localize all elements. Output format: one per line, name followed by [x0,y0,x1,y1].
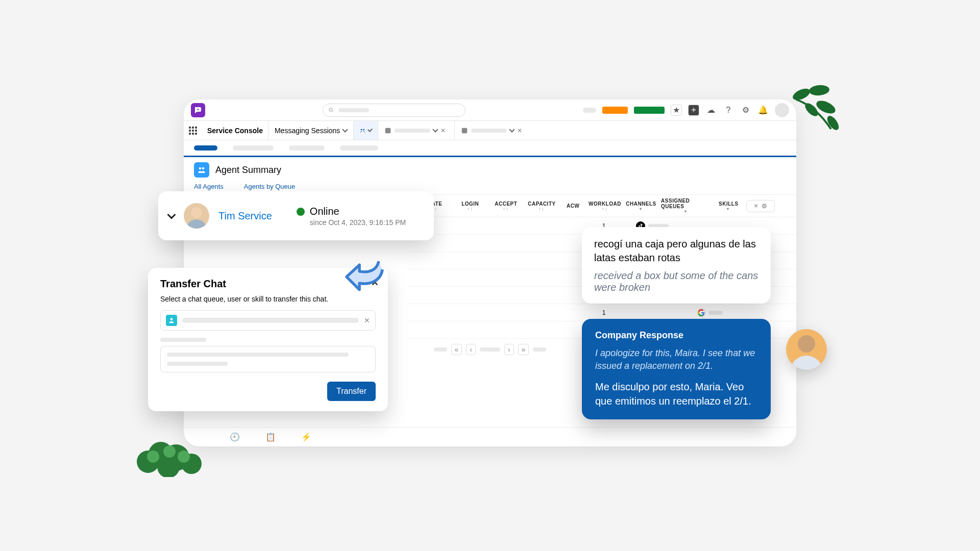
record-icon [461,127,468,134]
transfer-button[interactable]: Transfer [327,382,376,401]
company-response-bubble: Company Response I apologize for this, M… [582,319,771,419]
clear-field[interactable]: ✕ [364,316,370,324]
tab-close[interactable]: ✕ [517,127,522,134]
customer-message-bubble: recogí una caja pero algunas de las lata… [582,227,771,304]
add-button[interactable]: ＋ [688,105,699,116]
tab-omni[interactable] [353,121,378,140]
svg-point-15 [363,129,365,130]
workspace-tabs: Service Console Messaging Sessions ✕ ✕ [184,121,796,140]
chevron-down-icon[interactable] [167,211,176,219]
view-agents-by-queue[interactable]: Agents by Queue [244,183,295,190]
response-heading: Company Response [595,330,757,341]
salesforce-icon[interactable]: ☁ [705,105,717,116]
svg-point-18 [199,167,202,170]
transfer-note-field[interactable] [160,346,376,372]
global-header: ★ ＋ ☁ ? ⚙ 🔔 [184,99,796,121]
decoration-leaves [771,79,842,142]
svg-point-9 [157,456,180,477]
page-header: Agent Summary [184,157,796,183]
agent-name[interactable]: Tim Service [218,210,272,222]
subtabs [184,140,796,157]
status-since: since Oct 4, 2023, 9:16:15 PM [310,218,406,227]
column-skills[interactable]: SKILLS▾ [715,201,742,211]
status-label: Online [310,206,339,217]
history-icon[interactable]: 🕘 [230,432,240,442]
notes-icon[interactable]: 📋 [265,432,276,442]
svg-point-19 [202,167,205,170]
app-title: Service Console [202,127,268,135]
response-english: I apologize for this, Maira. I see that … [595,347,757,372]
response-spanish: Me disculpo por esto, Maria. Veo que emi… [595,380,757,408]
help-icon[interactable]: ? [723,105,734,116]
svg-rect-17 [462,128,468,133]
message-original: recogí una caja pero algunas de las lata… [594,237,758,265]
agent-status: Online since Oct 4, 2023, 9:16:15 PM [297,206,406,227]
utility-pill-2 [634,107,665,114]
pager-prev[interactable]: ‹ [466,344,476,355]
message-translation: received a box but some of the cans were… [594,270,758,293]
view-all-agents[interactable]: All Agents [194,183,224,190]
chevron-down-icon [509,127,515,132]
tab-messaging-sessions[interactable]: Messaging Sessions [268,121,353,140]
app-logo [191,103,205,117]
page-title: Agent Summary [215,165,281,176]
pager-first[interactable]: « [451,344,462,355]
modal-subtitle: Select a chat queue, user or skill to tr… [160,295,376,303]
svg-rect-16 [385,128,391,133]
column-channels[interactable]: CHANNELS▾ [625,201,657,211]
tab-record-1[interactable]: ✕ [378,121,454,140]
column-acw[interactable]: ACW [562,203,584,209]
google-icon [697,308,705,317]
global-search[interactable] [323,104,465,117]
chevron-down-icon [368,127,373,132]
utility-pill-1 [602,107,628,114]
chevron-down-icon [433,127,438,132]
svg-point-13 [329,108,332,111]
decoration-bush [133,426,209,479]
record-icon [384,127,391,134]
transfer-target-field[interactable]: ✕ [160,310,376,331]
svg-point-14 [361,129,362,130]
customer-avatar [786,329,827,370]
field-label [160,338,206,342]
favorite-button[interactable]: ★ [671,105,682,116]
svg-point-0 [791,86,812,103]
svg-point-1 [808,84,830,96]
column-workload[interactable]: WORKLOAD↑↓ [589,201,621,211]
reply-arrow-icon [342,247,388,295]
subtab-active[interactable] [194,145,217,151]
user-icon [166,315,177,326]
column-capacity[interactable]: CAPACITY↑↓ [526,201,557,211]
status-dot-online [297,208,305,216]
tab-close[interactable]: ✕ [440,127,446,134]
agent-summary-icon [194,162,209,178]
macros-icon[interactable]: ⚡ [301,432,311,442]
agent-status-card: Tim Service Online since Oct 4, 2023, 9:… [158,191,434,240]
column-accept[interactable]: ACCEPT↑↓ [490,201,522,211]
svg-point-11 [163,445,176,458]
tab-label: Messaging Sessions [275,127,340,135]
svg-point-12 [178,450,190,463]
subtab[interactable] [289,145,325,151]
svg-point-10 [147,450,159,463]
pager-last[interactable]: » [518,344,529,355]
agent-avatar [184,203,209,229]
notifications-icon[interactable]: 🔔 [757,105,769,116]
svg-point-23 [170,318,173,320]
utility-bar: 🕘 📋 ⚡ [184,427,796,446]
app-launcher[interactable] [184,127,202,135]
search-icon [328,107,334,113]
subtab[interactable] [233,145,274,151]
app-launcher-icon [189,127,197,135]
chevron-down-icon [342,127,348,132]
subtab[interactable] [340,145,378,151]
settings-icon[interactable]: ⚙ [740,105,751,116]
column-assigned-queues[interactable]: ASSIGNED QUEUES▾ [661,198,711,214]
column-login[interactable]: LOGIN↑↓ [454,201,486,211]
pager-next[interactable]: › [504,344,514,355]
table-settings-button[interactable]: ✕ ⚙ [746,200,775,212]
omni-icon [360,127,365,135]
tab-record-2[interactable]: ✕ [454,121,531,140]
